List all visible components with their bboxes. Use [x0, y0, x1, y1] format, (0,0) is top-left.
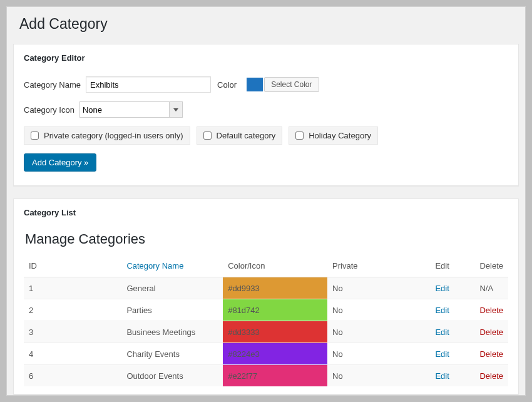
- edit-link[interactable]: Edit: [435, 306, 449, 315]
- edit-link[interactable]: Edit: [435, 327, 449, 337]
- cell-color: #dd9933: [223, 277, 327, 299]
- page-title: Add Category: [19, 16, 519, 33]
- table-row: 4Charity Events#8224e3NoEditDelete: [24, 343, 508, 365]
- default-label: Default category: [217, 131, 276, 140]
- col-header-name-link[interactable]: Category Name: [126, 261, 183, 271]
- col-header-color: Color/Icon: [223, 255, 327, 277]
- col-header-private: Private: [327, 255, 430, 277]
- cell-color: #dd3333: [223, 321, 327, 343]
- edit-link[interactable]: Edit: [435, 371, 449, 381]
- table-row: 1General#dd9933NoEditN/A: [24, 277, 508, 299]
- category-icon-label: Category Icon: [24, 105, 74, 115]
- col-header-edit: Edit: [430, 255, 474, 277]
- cell-id: 3: [24, 321, 121, 343]
- cell-private: No: [327, 299, 430, 321]
- cell-name: Outdoor Events: [121, 365, 223, 387]
- cell-name: General: [121, 277, 223, 299]
- table-row: 2Parties#81d742NoEditDelete: [24, 299, 508, 321]
- edit-link[interactable]: Edit: [435, 284, 449, 293]
- cell-id: 1: [24, 277, 121, 299]
- cell-name: Charity Events: [121, 343, 223, 365]
- cell-name: Parties: [121, 299, 223, 321]
- delete-link[interactable]: Delete: [479, 306, 503, 315]
- cell-id: 2: [24, 299, 121, 321]
- table-row: 3Businees Meetings#dd3333NoEditDelete: [24, 321, 508, 343]
- default-checkbox[interactable]: [203, 131, 212, 140]
- category-name-input[interactable]: [86, 76, 211, 93]
- list-heading: Category List: [24, 208, 508, 217]
- category-list-panel: Category List Manage Categories ID Categ…: [13, 198, 519, 394]
- delete-link[interactable]: Delete: [479, 371, 503, 381]
- delete-na: N/A: [474, 277, 508, 299]
- cell-color: #e22f77: [223, 365, 327, 387]
- table-row: 6Outdoor Events#e22f77NoEditDelete: [24, 365, 508, 387]
- col-header-id: ID: [24, 255, 121, 277]
- delete-link[interactable]: Delete: [479, 349, 503, 359]
- manage-title: Manage Categories: [25, 231, 508, 247]
- editor-heading: Category Editor: [24, 53, 508, 63]
- cell-id: 4: [24, 343, 121, 365]
- cell-private: No: [327, 277, 430, 299]
- category-name-label: Category Name: [24, 80, 81, 90]
- edit-link[interactable]: Edit: [435, 349, 449, 359]
- category-table: ID Category Name Color/Icon Private Edit…: [24, 255, 508, 386]
- cell-id: 6: [24, 365, 121, 387]
- color-swatch[interactable]: [247, 78, 263, 91]
- holiday-label: Holiday Category: [309, 131, 371, 140]
- category-editor-panel: Category Editor Category Name Color Sele…: [13, 44, 519, 186]
- cell-color: #81d742: [223, 299, 327, 321]
- category-icon-select[interactable]: None: [79, 101, 183, 118]
- col-header-delete: Delete: [474, 255, 508, 277]
- private-checkbox[interactable]: [31, 131, 39, 140]
- cell-private: No: [327, 321, 430, 343]
- cell-name: Businees Meetings: [121, 321, 223, 343]
- cell-private: No: [327, 365, 430, 387]
- cell-color: #8224e3: [223, 343, 327, 365]
- cell-private: No: [327, 343, 430, 365]
- holiday-checkbox[interactable]: [295, 131, 304, 140]
- delete-link[interactable]: Delete: [479, 327, 503, 337]
- color-label: Color: [217, 80, 237, 90]
- select-color-button[interactable]: Select Color: [264, 77, 319, 92]
- add-category-button[interactable]: Add Category »: [24, 153, 96, 172]
- private-label: Private category (logged-in users only): [44, 131, 183, 140]
